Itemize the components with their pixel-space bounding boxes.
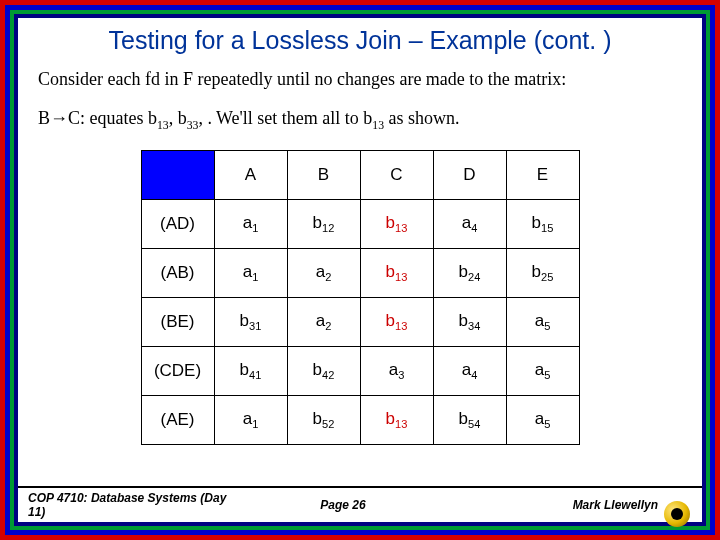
- footer-right: Mark Llewellyn: [448, 498, 692, 512]
- row-label: (AD): [141, 199, 214, 248]
- footer-center: Page 26: [238, 498, 448, 512]
- slide: Testing for a Lossless Join – Example (c…: [0, 0, 720, 540]
- border-green: Testing for a Lossless Join – Example (c…: [10, 10, 710, 530]
- corner-cell: [141, 150, 214, 199]
- paragraph-1: Consider each fd in F repeatedly until n…: [38, 69, 682, 90]
- matrix-cell: a5: [506, 297, 579, 346]
- footer: COP 4710: Database Systems (Day 11) Page…: [18, 486, 702, 522]
- matrix-cell: b13: [360, 297, 433, 346]
- matrix-cell: a1: [214, 248, 287, 297]
- matrix-cell: b12: [287, 199, 360, 248]
- row-label: (BE): [141, 297, 214, 346]
- col-E: E: [506, 150, 579, 199]
- slide-body: Consider each fd in F repeatedly until n…: [18, 65, 702, 486]
- footer-left: COP 4710: Database Systems (Day 11): [28, 491, 238, 519]
- p2-sub1: 13: [157, 119, 169, 132]
- arrow-icon: →: [50, 108, 68, 128]
- matrix-cell: a4: [433, 346, 506, 395]
- p2-sub3: 13: [372, 119, 384, 132]
- matrix-cell: b42: [287, 346, 360, 395]
- matrix-cell: b13: [360, 248, 433, 297]
- matrix-cell: a2: [287, 297, 360, 346]
- col-A: A: [214, 150, 287, 199]
- row-label: (CDE): [141, 346, 214, 395]
- logo-icon: [664, 501, 690, 527]
- matrix-cell: b31: [214, 297, 287, 346]
- matrix-cell: b25: [506, 248, 579, 297]
- matrix-cell: b24: [433, 248, 506, 297]
- footer-author: Mark Llewellyn: [573, 498, 658, 512]
- table-row: (AD)a1b12b13a4b15: [141, 199, 579, 248]
- p2-mid1: , b: [169, 108, 187, 128]
- matrix-cell: a5: [506, 395, 579, 444]
- matrix-cell: a1: [214, 395, 287, 444]
- matrix-cell: a4: [433, 199, 506, 248]
- row-label: (AE): [141, 395, 214, 444]
- table-row: (AB)a1a2b13b24b25: [141, 248, 579, 297]
- matrix-table: A B C D E (AD)a1b12b13a4b15(AB)a1a2b13b2…: [141, 150, 580, 445]
- matrix-cell: a3: [360, 346, 433, 395]
- border-blue: Testing for a Lossless Join – Example (c…: [5, 5, 715, 535]
- table-row: (AE)a1b52b13b54a5: [141, 395, 579, 444]
- col-D: D: [433, 150, 506, 199]
- p2-mid2: , . We'll set them all to b: [198, 108, 372, 128]
- col-B: B: [287, 150, 360, 199]
- p2-prefix: B: [38, 108, 50, 128]
- header-row: A B C D E: [141, 150, 579, 199]
- matrix-cell: b15: [506, 199, 579, 248]
- matrix-cell: b34: [433, 297, 506, 346]
- matrix-cell: b41: [214, 346, 287, 395]
- p2-end: as shown.: [384, 108, 460, 128]
- matrix-cell: b13: [360, 199, 433, 248]
- border-navy: Testing for a Lossless Join – Example (c…: [14, 14, 706, 526]
- table-row: (BE)b31a2b13b34a5: [141, 297, 579, 346]
- matrix-cell: a1: [214, 199, 287, 248]
- table-row: (CDE)b41b42a3a4a5: [141, 346, 579, 395]
- paragraph-2: B→C: equates b13, b33, . We'll set them …: [38, 108, 682, 132]
- p2-sub2: 33: [187, 119, 199, 132]
- row-label: (AB): [141, 248, 214, 297]
- matrix-cell: b54: [433, 395, 506, 444]
- matrix-cell: b52: [287, 395, 360, 444]
- matrix-cell: b13: [360, 395, 433, 444]
- p2-after: C: equates b: [68, 108, 157, 128]
- matrix-cell: a5: [506, 346, 579, 395]
- matrix-cell: a2: [287, 248, 360, 297]
- col-C: C: [360, 150, 433, 199]
- slide-title: Testing for a Lossless Join – Example (c…: [28, 26, 692, 55]
